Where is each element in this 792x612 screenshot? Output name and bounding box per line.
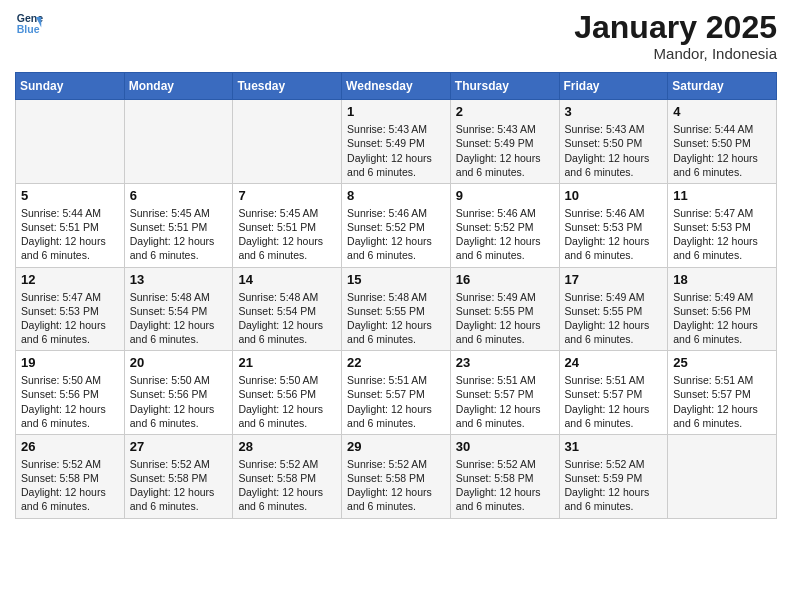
calendar-cell: 3Sunrise: 5:43 AM Sunset: 5:50 PM Daylig… [559, 100, 668, 184]
day-info: Sunrise: 5:49 AM Sunset: 5:55 PM Dayligh… [565, 290, 663, 347]
day-info: Sunrise: 5:52 AM Sunset: 5:58 PM Dayligh… [456, 457, 554, 514]
weekday-header: Sunday [16, 73, 125, 100]
day-number: 20 [130, 355, 228, 370]
calendar-cell: 29Sunrise: 5:52 AM Sunset: 5:58 PM Dayli… [342, 434, 451, 518]
day-info: Sunrise: 5:50 AM Sunset: 5:56 PM Dayligh… [130, 373, 228, 430]
day-number: 8 [347, 188, 445, 203]
svg-text:Blue: Blue [17, 23, 40, 35]
calendar-cell: 31Sunrise: 5:52 AM Sunset: 5:59 PM Dayli… [559, 434, 668, 518]
day-number: 27 [130, 439, 228, 454]
calendar-cell: 10Sunrise: 5:46 AM Sunset: 5:53 PM Dayli… [559, 183, 668, 267]
day-number: 1 [347, 104, 445, 119]
day-number: 22 [347, 355, 445, 370]
day-number: 31 [565, 439, 663, 454]
day-info: Sunrise: 5:43 AM Sunset: 5:50 PM Dayligh… [565, 122, 663, 179]
calendar-cell: 27Sunrise: 5:52 AM Sunset: 5:58 PM Dayli… [124, 434, 233, 518]
day-info: Sunrise: 5:52 AM Sunset: 5:58 PM Dayligh… [130, 457, 228, 514]
calendar-cell: 23Sunrise: 5:51 AM Sunset: 5:57 PM Dayli… [450, 351, 559, 435]
calendar-cell: 28Sunrise: 5:52 AM Sunset: 5:58 PM Dayli… [233, 434, 342, 518]
calendar-header: SundayMondayTuesdayWednesdayThursdayFrid… [16, 73, 777, 100]
day-info: Sunrise: 5:47 AM Sunset: 5:53 PM Dayligh… [21, 290, 119, 347]
day-info: Sunrise: 5:51 AM Sunset: 5:57 PM Dayligh… [347, 373, 445, 430]
day-number: 11 [673, 188, 771, 203]
calendar-week-row: 19Sunrise: 5:50 AM Sunset: 5:56 PM Dayli… [16, 351, 777, 435]
title-block: January 2025 Mandor, Indonesia [574, 10, 777, 62]
calendar-week-row: 5Sunrise: 5:44 AM Sunset: 5:51 PM Daylig… [16, 183, 777, 267]
calendar-title: January 2025 [574, 10, 777, 45]
calendar-week-row: 1Sunrise: 5:43 AM Sunset: 5:49 PM Daylig… [16, 100, 777, 184]
day-info: Sunrise: 5:50 AM Sunset: 5:56 PM Dayligh… [238, 373, 336, 430]
day-info: Sunrise: 5:51 AM Sunset: 5:57 PM Dayligh… [673, 373, 771, 430]
calendar-cell [233, 100, 342, 184]
day-info: Sunrise: 5:52 AM Sunset: 5:59 PM Dayligh… [565, 457, 663, 514]
day-number: 24 [565, 355, 663, 370]
day-number: 3 [565, 104, 663, 119]
calendar-cell: 4Sunrise: 5:44 AM Sunset: 5:50 PM Daylig… [668, 100, 777, 184]
calendar-cell: 11Sunrise: 5:47 AM Sunset: 5:53 PM Dayli… [668, 183, 777, 267]
calendar-cell: 26Sunrise: 5:52 AM Sunset: 5:58 PM Dayli… [16, 434, 125, 518]
weekday-header: Tuesday [233, 73, 342, 100]
day-number: 15 [347, 272, 445, 287]
calendar-cell: 18Sunrise: 5:49 AM Sunset: 5:56 PM Dayli… [668, 267, 777, 351]
day-number: 21 [238, 355, 336, 370]
page-header: General Blue January 2025 Mandor, Indone… [15, 10, 777, 62]
calendar-week-row: 12Sunrise: 5:47 AM Sunset: 5:53 PM Dayli… [16, 267, 777, 351]
day-number: 25 [673, 355, 771, 370]
calendar-subtitle: Mandor, Indonesia [574, 45, 777, 62]
day-number: 29 [347, 439, 445, 454]
weekday-header: Saturday [668, 73, 777, 100]
day-number: 18 [673, 272, 771, 287]
day-number: 28 [238, 439, 336, 454]
day-info: Sunrise: 5:46 AM Sunset: 5:52 PM Dayligh… [456, 206, 554, 263]
calendar-cell: 7Sunrise: 5:45 AM Sunset: 5:51 PM Daylig… [233, 183, 342, 267]
day-number: 13 [130, 272, 228, 287]
day-number: 14 [238, 272, 336, 287]
calendar-cell: 17Sunrise: 5:49 AM Sunset: 5:55 PM Dayli… [559, 267, 668, 351]
calendar-cell: 15Sunrise: 5:48 AM Sunset: 5:55 PM Dayli… [342, 267, 451, 351]
day-info: Sunrise: 5:43 AM Sunset: 5:49 PM Dayligh… [456, 122, 554, 179]
day-number: 4 [673, 104, 771, 119]
day-number: 23 [456, 355, 554, 370]
weekday-header: Thursday [450, 73, 559, 100]
calendar-cell: 14Sunrise: 5:48 AM Sunset: 5:54 PM Dayli… [233, 267, 342, 351]
calendar-body: 1Sunrise: 5:43 AM Sunset: 5:49 PM Daylig… [16, 100, 777, 518]
calendar-cell: 8Sunrise: 5:46 AM Sunset: 5:52 PM Daylig… [342, 183, 451, 267]
weekday-header: Friday [559, 73, 668, 100]
day-info: Sunrise: 5:48 AM Sunset: 5:54 PM Dayligh… [238, 290, 336, 347]
day-info: Sunrise: 5:43 AM Sunset: 5:49 PM Dayligh… [347, 122, 445, 179]
day-info: Sunrise: 5:48 AM Sunset: 5:55 PM Dayligh… [347, 290, 445, 347]
day-number: 5 [21, 188, 119, 203]
calendar-table: SundayMondayTuesdayWednesdayThursdayFrid… [15, 72, 777, 518]
calendar-cell: 22Sunrise: 5:51 AM Sunset: 5:57 PM Dayli… [342, 351, 451, 435]
day-info: Sunrise: 5:51 AM Sunset: 5:57 PM Dayligh… [565, 373, 663, 430]
day-info: Sunrise: 5:51 AM Sunset: 5:57 PM Dayligh… [456, 373, 554, 430]
calendar-cell: 9Sunrise: 5:46 AM Sunset: 5:52 PM Daylig… [450, 183, 559, 267]
day-info: Sunrise: 5:52 AM Sunset: 5:58 PM Dayligh… [238, 457, 336, 514]
day-info: Sunrise: 5:45 AM Sunset: 5:51 PM Dayligh… [238, 206, 336, 263]
day-info: Sunrise: 5:48 AM Sunset: 5:54 PM Dayligh… [130, 290, 228, 347]
calendar-cell: 12Sunrise: 5:47 AM Sunset: 5:53 PM Dayli… [16, 267, 125, 351]
weekday-header: Monday [124, 73, 233, 100]
day-number: 10 [565, 188, 663, 203]
calendar-cell: 19Sunrise: 5:50 AM Sunset: 5:56 PM Dayli… [16, 351, 125, 435]
logo-icon: General Blue [15, 10, 43, 38]
calendar-cell [124, 100, 233, 184]
calendar-cell: 20Sunrise: 5:50 AM Sunset: 5:56 PM Dayli… [124, 351, 233, 435]
day-number: 30 [456, 439, 554, 454]
day-info: Sunrise: 5:49 AM Sunset: 5:56 PM Dayligh… [673, 290, 771, 347]
day-info: Sunrise: 5:52 AM Sunset: 5:58 PM Dayligh… [347, 457, 445, 514]
calendar-cell: 2Sunrise: 5:43 AM Sunset: 5:49 PM Daylig… [450, 100, 559, 184]
day-info: Sunrise: 5:52 AM Sunset: 5:58 PM Dayligh… [21, 457, 119, 514]
day-info: Sunrise: 5:46 AM Sunset: 5:53 PM Dayligh… [565, 206, 663, 263]
day-number: 2 [456, 104, 554, 119]
day-info: Sunrise: 5:45 AM Sunset: 5:51 PM Dayligh… [130, 206, 228, 263]
day-number: 19 [21, 355, 119, 370]
day-info: Sunrise: 5:50 AM Sunset: 5:56 PM Dayligh… [21, 373, 119, 430]
day-info: Sunrise: 5:44 AM Sunset: 5:50 PM Dayligh… [673, 122, 771, 179]
calendar-cell: 1Sunrise: 5:43 AM Sunset: 5:49 PM Daylig… [342, 100, 451, 184]
calendar-cell [668, 434, 777, 518]
day-info: Sunrise: 5:44 AM Sunset: 5:51 PM Dayligh… [21, 206, 119, 263]
day-info: Sunrise: 5:46 AM Sunset: 5:52 PM Dayligh… [347, 206, 445, 263]
day-number: 7 [238, 188, 336, 203]
calendar-cell: 6Sunrise: 5:45 AM Sunset: 5:51 PM Daylig… [124, 183, 233, 267]
